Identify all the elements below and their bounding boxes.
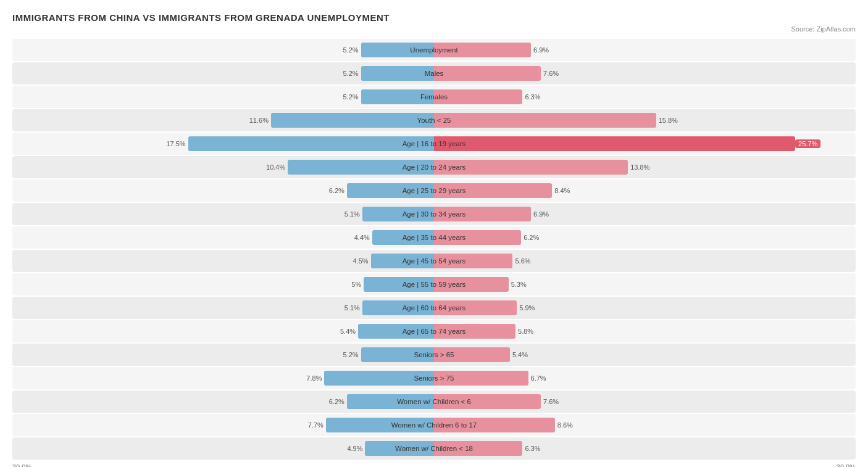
- value-right: 6.9%: [531, 46, 549, 54]
- bar-left: [361, 43, 434, 57]
- bar-right: [434, 136, 795, 151]
- chart-row: 4.9%6.3%Women w/ Children < 18: [12, 437, 856, 460]
- value-left: 5.2%: [343, 351, 361, 358]
- value-right: 6.9%: [531, 210, 549, 218]
- bar-left: [288, 160, 434, 175]
- value-left: 5.2%: [343, 46, 361, 54]
- value-right: 8.4%: [552, 187, 570, 194]
- value-left: 5%: [351, 281, 364, 288]
- value-right: 8.6%: [555, 421, 573, 429]
- chart-row: 11.6%15.8%Youth < 25: [12, 109, 856, 131]
- chart-row: 5.2%6.9%Unemployment: [12, 39, 856, 61]
- bar-left: [364, 277, 434, 292]
- chart-row: 5.2%5.4%Seniors > 65: [12, 344, 856, 366]
- chart-row: 5.2%7.6%Males: [12, 62, 856, 85]
- value-left: 7.8%: [306, 374, 324, 382]
- value-left: 5.1%: [344, 304, 362, 312]
- value-right: 6.3%: [522, 445, 540, 452]
- bar-right: [434, 113, 656, 128]
- bar-left: [324, 371, 434, 386]
- value-right: 6.3%: [522, 93, 540, 101]
- value-right: 13.8%: [628, 163, 649, 171]
- value-left: 7.7%: [308, 421, 326, 429]
- bar-left: [362, 300, 434, 315]
- chart-row: 5.1%6.9%Age | 30 to 34 years: [12, 203, 856, 225]
- chart-row: 7.7%8.6%Women w/ Children 6 to 17: [12, 414, 856, 436]
- value-right: 25.7%: [795, 139, 820, 148]
- value-left: 4.5%: [353, 257, 370, 265]
- bar-right: [434, 66, 541, 81]
- bar-left: [362, 207, 434, 221]
- value-right: 5.3%: [509, 281, 527, 288]
- bar-right: [434, 394, 541, 409]
- bar-left: [365, 441, 434, 456]
- bar-right: [434, 89, 522, 104]
- value-right: 5.4%: [510, 351, 528, 358]
- value-left: 4.9%: [347, 445, 365, 452]
- chart-row: 4.4%6.2%Age | 35 to 44 years: [12, 226, 856, 249]
- value-right: 7.6%: [541, 398, 559, 405]
- value-left: 5.4%: [340, 328, 358, 335]
- chart-container: IMMIGRANTS FROM CHINA VS IMMIGRANTS FROM…: [12, 12, 856, 467]
- bar-left: [361, 89, 434, 104]
- value-left: 5.2%: [343, 70, 361, 77]
- bar-left: [188, 136, 434, 151]
- bar-right: [434, 183, 552, 198]
- value-right: 5.9%: [517, 304, 535, 312]
- chart-row: 5.1%5.9%Age | 60 to 64 years: [12, 297, 856, 319]
- bar-left: [358, 324, 434, 339]
- chart-row: 5.4%5.8%Age | 65 to 74 years: [12, 320, 856, 342]
- chart-row: 5%5.3%Age | 55 to 59 years: [12, 273, 856, 295]
- bar-right: [434, 160, 628, 175]
- value-left: 5.2%: [343, 93, 361, 101]
- bar-right: [434, 418, 555, 432]
- x-axis-left: 30.0%: [12, 463, 31, 467]
- value-left: 17.5%: [166, 140, 188, 147]
- value-left: 10.4%: [266, 163, 288, 171]
- chart-area: 5.2%6.9%Unemployment5.2%7.6%Males5.2%6.3…: [12, 39, 856, 460]
- value-right: 5.6%: [512, 257, 530, 265]
- bar-right: [434, 300, 517, 315]
- x-axis: 30.0% 30.0%: [12, 461, 856, 467]
- bar-right: [434, 277, 509, 292]
- bar-left: [347, 394, 434, 409]
- value-left: 6.2%: [329, 398, 347, 405]
- chart-row: 10.4%13.8%Age | 20 to 24 years: [12, 156, 856, 178]
- value-left: 11.6%: [249, 117, 271, 124]
- x-axis-right: 30.0%: [837, 463, 856, 467]
- value-left: 4.4%: [354, 234, 372, 241]
- bar-left: [347, 183, 434, 198]
- chart-source: Source: ZipAtlas.com: [12, 25, 856, 33]
- bar-right: [434, 441, 522, 456]
- chart-row: 6.2%8.4%Age | 25 to 29 years: [12, 180, 856, 202]
- value-left: 5.1%: [344, 210, 362, 218]
- chart-row: 4.5%5.6%Age | 45 to 54 years: [12, 250, 856, 272]
- value-right: 6.7%: [528, 374, 546, 382]
- bar-right: [434, 254, 512, 268]
- bar-left: [361, 347, 434, 362]
- bar-right: [434, 324, 515, 339]
- value-right: 15.8%: [656, 117, 678, 124]
- bar-right: [434, 371, 528, 386]
- chart-row: 5.2%6.3%Females: [12, 86, 856, 108]
- chart-title: IMMIGRANTS FROM CHINA VS IMMIGRANTS FROM…: [12, 12, 856, 23]
- bar-right: [434, 347, 510, 362]
- value-right: 5.8%: [515, 328, 533, 335]
- value-right: 6.2%: [521, 234, 539, 241]
- bar-right: [434, 207, 531, 221]
- bar-right: [434, 43, 531, 57]
- bar-left: [271, 113, 434, 128]
- value-right: 7.6%: [541, 70, 559, 77]
- chart-row: 17.5%25.7%Age | 16 to 19 years: [12, 133, 856, 155]
- chart-row: 6.2%7.6%Women w/ Children < 6: [12, 391, 856, 413]
- bar-right: [434, 230, 521, 245]
- value-left: 6.2%: [329, 187, 347, 194]
- bar-left: [361, 66, 434, 81]
- bar-left: [371, 254, 434, 268]
- bar-left: [326, 418, 434, 432]
- bar-left: [372, 230, 434, 245]
- chart-row: 7.8%6.7%Seniors > 75: [12, 367, 856, 389]
